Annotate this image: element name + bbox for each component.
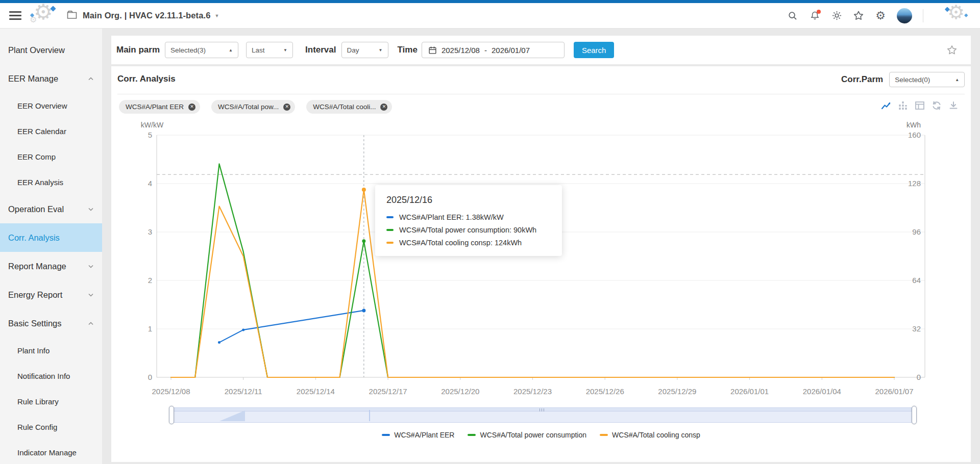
gear-icon: ⚙	[947, 1, 965, 23]
datazoom-center-grip[interactable]	[540, 408, 545, 411]
tooltip-date: 2025/12/16	[386, 195, 551, 205]
app-header: ⚙ ⚙ Main Org. | HVAC v2.11.1-beta.6 ▼	[0, 3, 980, 29]
date-to: 2026/01/07	[492, 46, 530, 55]
sidebar-item-rule-config[interactable]: Rule Config	[0, 414, 102, 440]
sidebar-item-basic-settings[interactable]: Basic Settings	[0, 309, 102, 338]
data-point-wcs-a-plant-eer	[218, 341, 220, 344]
corr-parm-group: Corr.Parm Selected(0) ▲	[841, 72, 965, 87]
sidebar-item-report-manage[interactable]: Report Manage	[0, 252, 102, 280]
brand-logo: ⚙	[943, 5, 969, 27]
search-button[interactable]: Search	[574, 42, 615, 58]
date-from: 2025/12/08	[442, 46, 480, 55]
bar-chart-icon[interactable]	[898, 100, 908, 111]
table-view-icon[interactable]	[915, 100, 925, 111]
folder-icon	[66, 10, 78, 22]
tag-remove-icon[interactable]: ✕	[188, 104, 195, 111]
sidebar-item-eer-overview[interactable]: EER Overview	[0, 93, 102, 118]
tag-label: WCS#A/Total pow...	[218, 103, 279, 111]
right-tick-label: 0	[917, 373, 921, 381]
tag-remove-icon[interactable]: ✕	[380, 104, 387, 111]
favorites-star-icon[interactable]	[853, 10, 864, 21]
search-icon[interactable]	[787, 10, 798, 21]
favorite-page-star-icon[interactable]	[946, 44, 958, 56]
sidebar-item-plant-info[interactable]: Plant Info	[0, 338, 102, 363]
left-axis-title: kW/kW	[141, 121, 164, 129]
sidebar-item-eer-analysis[interactable]: EER Analysis	[0, 169, 102, 195]
right-tick-label: 64	[912, 276, 921, 285]
series-color-dash	[386, 229, 394, 231]
caret-down-icon: ▼	[379, 48, 383, 53]
x-tick-label: 2025/12/23	[513, 387, 552, 396]
x-tick-label: 2026/01/04	[803, 387, 841, 396]
datazoom-slider[interactable]	[171, 407, 915, 423]
series-line-wcs-a-plant-eer	[219, 311, 363, 343]
main-parm-label: Main parm	[116, 45, 160, 55]
refresh-icon[interactable]	[932, 100, 942, 111]
datazoom-left-handle[interactable]	[169, 406, 174, 424]
line-chart-icon[interactable]	[881, 100, 891, 111]
date-separator: -	[484, 46, 487, 55]
data-point-wcs-a-plant-eer	[242, 328, 244, 331]
parameter-tag: WCS#A/Total cooli...✕	[306, 100, 392, 114]
left-tick-label: 3	[148, 227, 152, 236]
x-tick-label: 2025/12/17	[369, 387, 407, 396]
legend-item-wcs-a-plant-eer[interactable]: WCS#A/Plant EER	[382, 431, 454, 439]
date-range-input[interactable]: 2025/12/08 - 2026/01/07	[422, 42, 565, 58]
chevron-down-icon	[88, 204, 94, 214]
datazoom-right-handle[interactable]	[912, 406, 917, 424]
chevron-down-icon	[88, 262, 94, 271]
sidebar-item-eer-comp[interactable]: EER Comp	[0, 144, 102, 169]
tag-remove-icon[interactable]: ✕	[283, 104, 290, 111]
chart-tooltip: 2025/12/16 WCS#A/Plant EER: 1.38kW/kWWCS…	[375, 185, 562, 256]
menu-icon[interactable]	[9, 11, 21, 20]
sidebar-item-eer-calendar[interactable]: EER Calendar	[0, 118, 102, 144]
download-icon[interactable]	[948, 100, 959, 111]
settings-gear-icon[interactable]: ⚙	[875, 10, 886, 21]
range-value: Last	[252, 46, 279, 54]
sidebar-item-label: Rule Library	[17, 397, 59, 406]
interval-select[interactable]: Day ▼	[341, 42, 388, 58]
left-tick-label: 5	[148, 131, 152, 139]
caret-down-icon: ▼	[283, 48, 287, 53]
main-parm-select[interactable]: Selected(3) ▲	[165, 42, 238, 58]
sidebar-item-eer-manage[interactable]: EER Manage	[0, 64, 102, 93]
sidebar-item-label: Basic Settings	[8, 319, 62, 328]
notifications-icon[interactable]	[809, 10, 820, 21]
right-tick-label: 128	[908, 179, 921, 188]
sidebar-item-rule-library[interactable]: Rule Library	[0, 389, 102, 414]
series-color-dash	[386, 242, 394, 244]
calendar-icon	[428, 46, 437, 55]
legend-item-wcs-a-total-cooling-consp[interactable]: WCS#A/Total cooling consp	[600, 431, 700, 439]
tag-label: WCS#A/Total cooli...	[313, 103, 376, 111]
avatar[interactable]	[897, 8, 912, 23]
org-selector[interactable]: Main Org. | HVAC v2.11.1-beta.6 ▼	[83, 11, 219, 20]
sidebar-item-plant-overview[interactable]: Plant Overview	[0, 36, 102, 64]
x-tick-label: 2025/12/11	[225, 387, 262, 396]
x-tick-label: 2025/12/20	[441, 387, 479, 396]
theme-brightness-icon[interactable]	[831, 10, 842, 21]
corr-parm-select[interactable]: Selected(0) ▲	[889, 72, 965, 87]
sidebar-item-indicator-manage[interactable]: Indicator Manage	[0, 440, 102, 464]
sidebar-item-notification-info[interactable]: Notification Info	[0, 363, 102, 389]
corr-parm-value: Selected(0)	[895, 76, 951, 84]
sidebar-item-label: Plant Overview	[8, 45, 65, 55]
x-tick-label: 2025/12/14	[297, 387, 335, 396]
notification-badge	[817, 10, 821, 14]
org-title: Main Org. | HVAC v2.11.1-beta.6	[83, 11, 210, 20]
legend-item-wcs-a-total-power-consumption[interactable]: WCS#A/Total power consumption	[468, 431, 586, 439]
range-select[interactable]: Last ▼	[246, 42, 293, 58]
app-root: ⚙ ⚙ Main Org. | HVAC v2.11.1-beta.6 ▼	[0, 0, 980, 464]
sidebar-item-operation-eval[interactable]: Operation Eval	[0, 195, 102, 223]
app-logo: ⚙ ⚙	[29, 4, 58, 28]
sidebar-item-label: Rule Config	[17, 423, 57, 431]
sidebar-item-corr-analysis[interactable]: Corr. Analysis	[0, 223, 102, 252]
legend-color-dash	[382, 434, 390, 436]
correlation-line-chart[interactable]: 012345kW/kW0326496128160kWh2025/12/08202…	[111, 117, 971, 403]
sidebar-item-energy-report[interactable]: Energy Report	[0, 280, 102, 309]
sidebar-item-label: Indicator Manage	[17, 448, 77, 457]
chart-legend: WCS#A/Plant EERWCS#A/Total power consump…	[111, 431, 971, 439]
x-tick-label: 2026/01/01	[730, 387, 769, 396]
legend-label: WCS#A/Plant EER	[394, 431, 454, 439]
sidebar-item-label: Energy Report	[8, 290, 62, 300]
logo-cube	[964, 13, 968, 17]
